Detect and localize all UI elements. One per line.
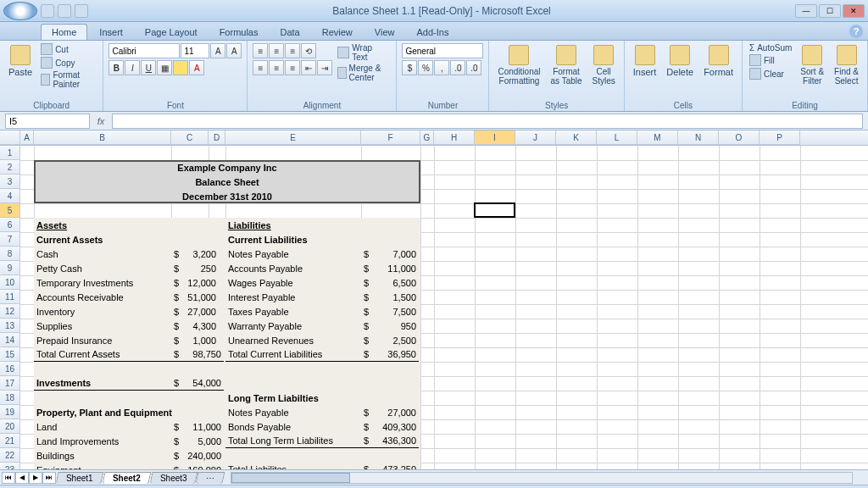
asset-label[interactable]: Accounts Receivable: [34, 290, 171, 304]
tab-view[interactable]: View: [364, 25, 405, 40]
ppe-val[interactable]: 5,000: [181, 434, 224, 448]
liab-cur[interactable]: $: [361, 247, 373, 261]
tltl-cur[interactable]: $: [361, 434, 373, 448]
asset-label[interactable]: Prepaid Insurance: [34, 333, 171, 347]
company-name[interactable]: Example Company Inc: [34, 160, 420, 175]
row-header-9[interactable]: 9: [0, 261, 20, 275]
asset-value[interactable]: 4,300: [181, 319, 219, 333]
column-header-D[interactable]: D: [209, 130, 225, 145]
asset-label[interactable]: Temporary Investments: [34, 275, 171, 290]
name-box[interactable]: I5: [5, 114, 90, 129]
decrease-indent-button[interactable]: ⇤: [301, 60, 316, 75]
tl-cur[interactable]: $: [361, 463, 373, 469]
find-select-button[interactable]: Find & Select: [831, 43, 862, 87]
formula-input[interactable]: [112, 114, 863, 129]
ltl-cur[interactable]: $: [361, 405, 373, 419]
column-header-M[interactable]: M: [637, 130, 678, 145]
column-header-J[interactable]: J: [515, 130, 556, 145]
ltl-cur[interactable]: $: [361, 419, 373, 434]
asset-label[interactable]: Cash: [34, 247, 171, 261]
asset-label[interactable]: Inventory: [34, 304, 171, 319]
conditional-formatting-button[interactable]: Conditional Formatting: [494, 43, 543, 87]
liab-cur[interactable]: $: [361, 304, 373, 319]
tab-nav-prev[interactable]: ◀: [15, 472, 29, 484]
row-header-17[interactable]: 17: [0, 376, 20, 391]
bold-button[interactable]: B: [108, 60, 124, 75]
row-header-11[interactable]: 11: [0, 290, 20, 304]
qat-redo[interactable]: [75, 4, 88, 18]
row-header-13[interactable]: 13: [0, 319, 20, 333]
tl-val[interactable]: 473,250: [373, 463, 419, 469]
format-as-table-button[interactable]: Format as Table: [548, 43, 586, 87]
row-header-4[interactable]: 4: [0, 189, 20, 203]
copy-button[interactable]: Copy: [39, 57, 97, 69]
sheet-tab-sheet3[interactable]: Sheet3: [149, 472, 198, 484]
ppe-header[interactable]: Property, Plant and Equipment: [34, 405, 209, 419]
fill-button[interactable]: Fill: [748, 54, 793, 66]
row-header-6[interactable]: 6: [0, 218, 20, 232]
delete-cells-button[interactable]: Delete: [663, 43, 697, 79]
decrease-decimal-button[interactable]: .0: [466, 60, 481, 75]
column-header-E[interactable]: E: [225, 130, 361, 145]
row-header-1[interactable]: 1: [0, 146, 20, 160]
increase-indent-button[interactable]: ⇥: [317, 60, 332, 75]
liab-label[interactable]: Unearned Revenues: [225, 333, 361, 347]
align-center-button[interactable]: ≡: [269, 60, 284, 75]
ppe-label[interactable]: Land Improvements: [34, 434, 171, 448]
row-header-7[interactable]: 7: [0, 232, 20, 247]
liab-val[interactable]: 11,000: [373, 261, 419, 275]
help-icon[interactable]: ?: [849, 25, 863, 38]
ltl-label[interactable]: Notes Payable: [225, 405, 361, 419]
font-size-select[interactable]: 11: [181, 43, 209, 58]
tab-formulas[interactable]: Formulas: [209, 25, 269, 40]
tab-page-layout[interactable]: Page Layout: [135, 25, 208, 40]
ppe-val[interactable]: 11,000: [181, 419, 224, 434]
liab-label[interactable]: Interest Payable: [225, 290, 361, 304]
comma-format-button[interactable]: ,: [434, 60, 449, 75]
tab-insert[interactable]: Insert: [89, 25, 133, 40]
increase-font-button[interactable]: A: [210, 43, 225, 58]
tcl-cur[interactable]: $: [361, 347, 373, 362]
fill-color-button[interactable]: [173, 60, 188, 75]
asset-value[interactable]: 1,000: [181, 333, 219, 347]
column-header-A[interactable]: A: [20, 130, 34, 145]
row-header-5[interactable]: 5: [0, 203, 20, 218]
ppe-label[interactable]: Buildings: [34, 448, 171, 463]
column-header-N[interactable]: N: [678, 130, 719, 145]
liab-label[interactable]: Wages Payable: [225, 275, 361, 290]
liab-cur[interactable]: $: [361, 333, 373, 347]
total-current-assets-label[interactable]: Total Current Assets: [34, 347, 171, 362]
align-top-button[interactable]: ≡: [253, 43, 268, 58]
column-header-I[interactable]: I: [475, 130, 515, 145]
new-sheet-button[interactable]: ⋯: [196, 472, 225, 484]
column-header-G[interactable]: G: [420, 130, 434, 145]
spreadsheet-grid[interactable]: ABCDEFGHIJKLMNOP 12345678910111213141516…: [0, 130, 868, 469]
row-header-23[interactable]: 23: [0, 463, 20, 469]
column-header-F[interactable]: F: [361, 130, 420, 145]
italic-button[interactable]: I: [125, 60, 140, 75]
asset-label[interactable]: Supplies: [34, 319, 171, 333]
liab-label[interactable]: Warranty Payable: [225, 319, 361, 333]
minimize-button[interactable]: —: [795, 4, 817, 18]
asset-value[interactable]: 12,000: [181, 275, 219, 290]
liab-label[interactable]: Accounts Payable: [225, 261, 361, 275]
liab-val[interactable]: 1,500: [373, 290, 419, 304]
increase-decimal-button[interactable]: .0: [450, 60, 465, 75]
autosum-button[interactable]: ΣAutoSum: [748, 43, 793, 53]
column-header-L[interactable]: L: [597, 130, 637, 145]
tca-val[interactable]: 98,750: [181, 347, 224, 362]
liabilities-header[interactable]: Liabilities: [225, 218, 361, 232]
liab-val[interactable]: 6,500: [373, 275, 419, 290]
tl-label[interactable]: Total Liabilites: [225, 463, 361, 469]
row-header-21[interactable]: 21: [0, 434, 20, 448]
tab-addins[interactable]: Add-Ins: [406, 25, 459, 40]
clear-button[interactable]: Clear: [748, 68, 793, 80]
ppe-val[interactable]: 160,000: [181, 463, 224, 469]
qat-undo[interactable]: [58, 4, 71, 18]
asset-value[interactable]: 250: [181, 261, 219, 275]
tltl-label[interactable]: Total Long Term Liabilites: [225, 434, 361, 448]
close-button[interactable]: ✕: [843, 4, 865, 18]
liab-label[interactable]: Notes Payable: [225, 247, 361, 261]
column-header-B[interactable]: B: [34, 130, 171, 145]
ltl-val[interactable]: 27,000: [373, 405, 419, 419]
